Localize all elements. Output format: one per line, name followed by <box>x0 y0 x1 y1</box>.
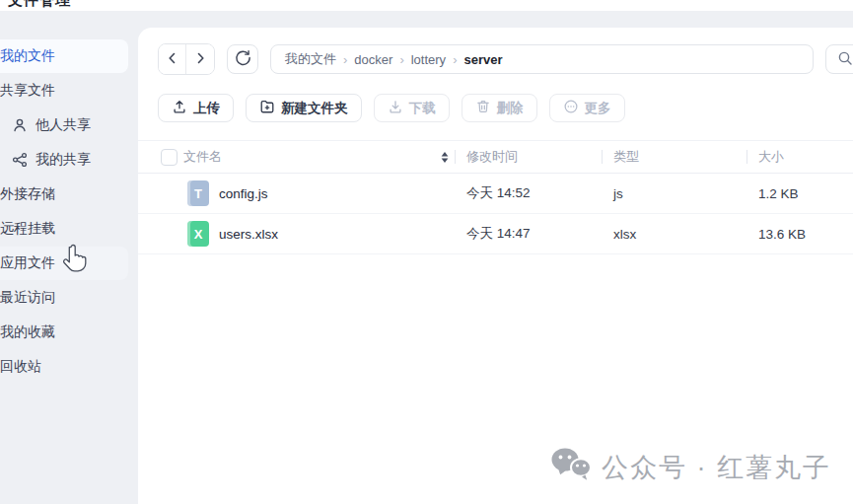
sidebar-item-favorites[interactable]: 我的收藏 <box>0 316 128 349</box>
sidebar-item-label: 共享文件 <box>0 82 55 100</box>
refresh-icon <box>235 49 251 69</box>
more-button[interactable]: 更多 <box>549 94 625 122</box>
share-icon <box>12 152 28 168</box>
file-name: users.xlsx <box>219 227 278 242</box>
more-label: 更多 <box>585 100 611 117</box>
upload-button[interactable]: 上传 <box>158 94 234 122</box>
watermark: 公众号 · 红薯丸子 <box>550 446 831 488</box>
header-name: 文件名 <box>138 148 455 166</box>
sidebar-item-label: 他人共享 <box>36 116 91 134</box>
sidebar-item-label: 我的共享 <box>36 151 91 169</box>
breadcrumb-item[interactable]: docker <box>354 52 392 67</box>
file-name-cell: X users.xlsx <box>138 221 455 247</box>
chevron-left-icon <box>167 52 178 67</box>
sidebar-item-recent[interactable]: 最近访问 <box>0 281 128 315</box>
chevron-right-icon <box>194 52 206 67</box>
breadcrumb-separator: › <box>343 52 347 67</box>
upload-icon <box>172 99 187 117</box>
more-circle-icon <box>563 99 579 117</box>
sidebar: 我的文件 共享文件 他人共享 我的共享 外接存储 远程挂载 应用文件 最近访问 <box>0 39 138 385</box>
sidebar-item-label: 我的收藏 <box>0 324 55 341</box>
page-title: 文件管理 <box>8 0 71 10</box>
watermark-text: 公众号 · 红薯丸子 <box>602 450 831 485</box>
file-type: xlsx <box>602 227 746 242</box>
breadcrumb-item[interactable]: 我的文件 <box>285 50 336 68</box>
sidebar-item-my-files[interactable]: 我的文件 <box>0 39 128 73</box>
file-modified: 今天 14:47 <box>455 225 602 243</box>
breadcrumb-separator: › <box>453 52 457 67</box>
sidebar-item-label: 应用文件 <box>0 254 55 272</box>
download-button[interactable]: 下载 <box>374 94 450 122</box>
download-label: 下载 <box>409 100 436 117</box>
sidebar-item-label: 最近访问 <box>0 289 55 307</box>
header-size[interactable]: 大小 <box>746 148 853 166</box>
file-manager-app: 文件管理 我的文件 共享文件 他人共享 我的共享 外接存储 远程挂载 应用文件 <box>0 0 853 504</box>
forward-button[interactable] <box>186 44 214 74</box>
navigation-bar: 我的文件 › docker › lottery › server <box>138 28 853 75</box>
back-button[interactable] <box>159 44 186 74</box>
file-name-cell: T config.js <box>138 180 455 206</box>
sidebar-item-recycle-bin[interactable]: 回收站 <box>0 350 128 384</box>
sidebar-item-external-storage[interactable]: 外接存储 <box>0 178 128 211</box>
content-panel: 我的文件 › docker › lottery › server 上传 新建文件… <box>138 28 853 504</box>
sidebar-item-label: 我的文件 <box>0 47 55 65</box>
breadcrumb: 我的文件 › docker › lottery › server <box>270 44 814 74</box>
file-row[interactable]: T config.js 今天 14:52 js 1.2 KB <box>138 174 853 214</box>
download-icon <box>388 99 403 117</box>
header-type[interactable]: 类型 <box>602 148 746 166</box>
new-folder-label: 新建文件夹 <box>281 100 348 117</box>
upload-label: 上传 <box>193 100 220 117</box>
sidebar-item-my-shares[interactable]: 我的共享 <box>0 143 128 177</box>
history-buttons <box>158 43 215 75</box>
breadcrumb-current: server <box>463 52 502 67</box>
excel-file-icon: X <box>187 221 209 247</box>
sidebar-item-shared-by-others[interactable]: 他人共享 <box>0 108 128 142</box>
header-modified[interactable]: 修改时间 <box>455 148 602 166</box>
file-modified: 今天 14:52 <box>455 184 602 202</box>
search-button[interactable] <box>825 44 853 74</box>
delete-button[interactable]: 删除 <box>462 94 537 122</box>
sort-toggle[interactable] <box>441 152 449 163</box>
delete-label: 删除 <box>497 100 524 117</box>
search-icon <box>837 50 853 69</box>
refresh-button[interactable] <box>227 44 258 74</box>
new-folder-button[interactable]: 新建文件夹 <box>246 94 362 122</box>
person-icon <box>12 117 28 133</box>
sidebar-item-app-files[interactable]: 应用文件 <box>0 247 128 280</box>
trash-icon <box>475 99 491 117</box>
select-all-checkbox[interactable] <box>161 149 178 166</box>
file-size: 13.6 KB <box>746 227 853 242</box>
wechat-icon <box>550 446 592 488</box>
folder-plus-icon <box>259 99 275 117</box>
action-toolbar: 上传 新建文件夹 下载 删除 更多 <box>138 94 853 122</box>
sidebar-item-label: 回收站 <box>0 358 41 376</box>
sidebar-item-remote-mount[interactable]: 远程挂载 <box>0 212 128 246</box>
file-table: 文件名 修改时间 类型 大小 T config.js 今天 14:52 js 1… <box>138 140 853 254</box>
breadcrumb-item[interactable]: lottery <box>411 52 446 67</box>
table-header: 文件名 修改时间 类型 大小 <box>138 140 853 174</box>
file-row[interactable]: X users.xlsx 今天 14:47 xlsx 13.6 KB <box>138 214 853 254</box>
file-type: js <box>602 186 746 201</box>
header-name-label: 文件名 <box>183 148 222 166</box>
sidebar-item-shared-files[interactable]: 共享文件 <box>0 74 128 108</box>
file-name: config.js <box>219 186 268 201</box>
file-size: 1.2 KB <box>746 186 853 201</box>
breadcrumb-separator: › <box>399 52 403 67</box>
top-header-strip <box>0 0 853 11</box>
text-file-icon: T <box>187 180 209 206</box>
sidebar-item-label: 外接存储 <box>0 185 55 203</box>
sidebar-item-label: 远程挂载 <box>0 220 55 238</box>
